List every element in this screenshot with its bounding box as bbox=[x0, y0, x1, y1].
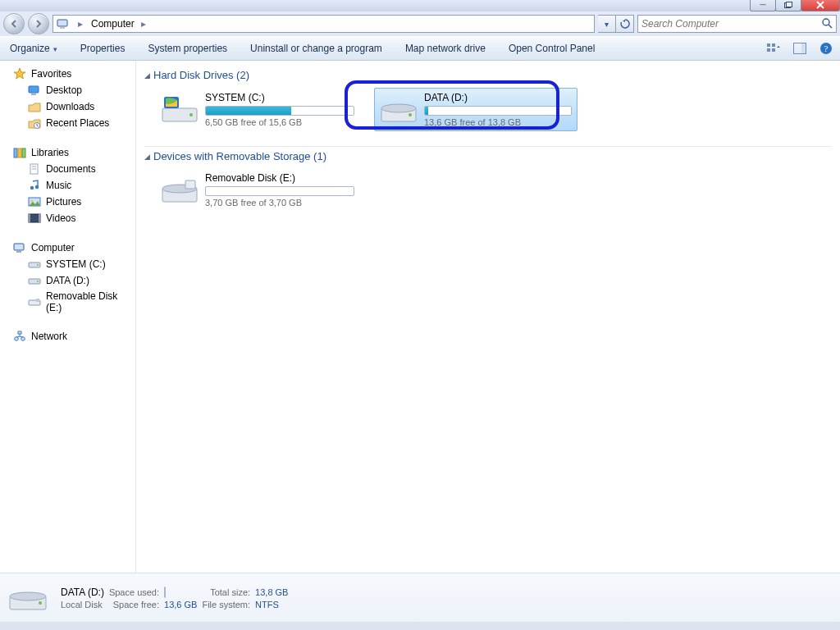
svg-rect-6 bbox=[767, 43, 770, 47]
close-button[interactable] bbox=[801, 0, 840, 11]
sidebar-item-label: Documents bbox=[46, 163, 96, 175]
svg-point-52 bbox=[10, 592, 46, 600]
preview-pane-button[interactable] bbox=[792, 41, 807, 56]
map-network-drive-button[interactable]: Map network drive bbox=[394, 43, 497, 54]
svg-point-51 bbox=[39, 601, 42, 605]
svg-rect-31 bbox=[16, 251, 21, 253]
search-icon bbox=[821, 17, 833, 31]
computer-icon bbox=[13, 241, 26, 254]
documents-icon bbox=[28, 162, 41, 176]
details-space-free-value: 13,6 GB bbox=[164, 600, 197, 609]
drive-name: SYSTEM (C:) bbox=[205, 92, 354, 103]
removable-drive-icon bbox=[161, 174, 199, 207]
svg-rect-14 bbox=[29, 86, 39, 93]
svg-rect-1 bbox=[787, 2, 792, 7]
drive-tile-e[interactable]: Removable Disk (E:) 3,70 GB free of 3,70… bbox=[156, 169, 359, 211]
properties-button[interactable]: Properties bbox=[69, 43, 137, 54]
drive-name: Removable Disk (E:) bbox=[205, 172, 354, 184]
refresh-button[interactable] bbox=[616, 15, 634, 33]
content-pane: ◢ Hard Disk Drives (2) SYSTEM (C:) 6,50 … bbox=[136, 61, 840, 573]
organize-menu[interactable]: Organize bbox=[7, 43, 69, 54]
videos-icon bbox=[28, 212, 41, 225]
svg-point-33 bbox=[37, 264, 39, 266]
details-type: Local Disk bbox=[61, 600, 104, 609]
sidebar-pictures[interactable]: Pictures bbox=[0, 194, 135, 210]
svg-point-42 bbox=[189, 113, 193, 116]
network-icon bbox=[13, 330, 26, 343]
svg-line-5 bbox=[829, 25, 832, 28]
usage-bar bbox=[205, 186, 354, 196]
sidebar-documents[interactable]: Documents bbox=[0, 161, 135, 177]
sidebar-computer-header[interactable]: Computer bbox=[0, 240, 135, 256]
svg-point-39 bbox=[21, 337, 25, 341]
breadcrumb-computer[interactable]: Computer bbox=[88, 16, 136, 32]
search-box[interactable] bbox=[637, 15, 837, 33]
details-pane: DATA (D:) Space used: Total size: 13,8 G… bbox=[0, 573, 840, 622]
sidebar-item-label: Videos bbox=[46, 212, 75, 224]
svg-rect-28 bbox=[29, 214, 30, 222]
help-button[interactable]: ? bbox=[819, 41, 833, 56]
svg-point-46 bbox=[381, 104, 416, 112]
drive-name: DATA (D:) bbox=[424, 92, 572, 103]
desktop-icon bbox=[28, 84, 41, 97]
sidebar-recent-places[interactable]: Recent Places bbox=[0, 115, 135, 131]
minimize-button[interactable]: ─ bbox=[750, 0, 776, 11]
sidebar-item-label: Favorites bbox=[31, 68, 71, 80]
system-drive-icon bbox=[161, 94, 199, 126]
sidebar-desktop[interactable]: Desktop bbox=[0, 82, 135, 98]
sidebar-drive-c[interactable]: SYSTEM (C:) bbox=[0, 256, 135, 272]
svg-rect-30 bbox=[14, 244, 24, 250]
drive-tile-c[interactable]: SYSTEM (C:) 6,50 GB free of 15,6 GB bbox=[156, 88, 359, 131]
sidebar-downloads[interactable]: Downloads bbox=[0, 98, 135, 115]
maximize-button[interactable] bbox=[775, 0, 801, 11]
open-control-panel-button[interactable]: Open Control Panel bbox=[497, 43, 606, 54]
details-filesystem-value: NTFS bbox=[255, 600, 288, 609]
details-space-used-label: Space used: bbox=[109, 587, 159, 597]
breadcrumb[interactable]: ▸ Computer ▸ bbox=[52, 15, 595, 33]
star-icon bbox=[13, 67, 26, 80]
window-titlebar: ─ bbox=[0, 0, 840, 11]
svg-rect-2 bbox=[57, 20, 67, 26]
libraries-icon bbox=[13, 146, 26, 159]
sidebar-music[interactable]: Music bbox=[0, 177, 135, 194]
nav-forward-button[interactable] bbox=[28, 13, 49, 34]
downloads-icon bbox=[28, 100, 41, 113]
navigation-pane: Favorites Desktop Downloads Recent Place… bbox=[0, 61, 136, 573]
usage-bar bbox=[205, 106, 354, 116]
svg-rect-18 bbox=[18, 148, 21, 158]
computer-icon bbox=[56, 16, 71, 31]
drive-icon bbox=[8, 582, 48, 614]
sidebar-favorites-header[interactable]: Favorites bbox=[0, 66, 135, 82]
drive-tile-d[interactable]: DATA (D:) 13,6 GB free of 13,8 GB bbox=[374, 88, 578, 131]
recent-icon bbox=[28, 116, 41, 130]
sidebar-libraries-header[interactable]: Libraries bbox=[0, 144, 135, 161]
details-space-free-label: Space free: bbox=[109, 600, 159, 609]
nav-back-button[interactable] bbox=[3, 13, 25, 34]
collapse-icon: ◢ bbox=[144, 71, 150, 80]
svg-point-23 bbox=[30, 186, 34, 189]
sidebar-item-label: Downloads bbox=[46, 101, 94, 112]
command-bar: Organize Properties System properties Un… bbox=[0, 36, 840, 61]
system-properties-button[interactable]: System properties bbox=[136, 43, 239, 54]
svg-rect-15 bbox=[31, 94, 36, 95]
svg-rect-8 bbox=[767, 48, 770, 52]
svg-rect-17 bbox=[14, 148, 17, 158]
group-removable-storage[interactable]: ◢ Devices with Removable Storage (1) bbox=[144, 147, 832, 166]
view-options-button[interactable] bbox=[766, 41, 781, 56]
svg-rect-7 bbox=[772, 43, 775, 47]
address-bar: ▸ Computer ▸ ▾ bbox=[0, 11, 840, 36]
group-hard-disk-drives[interactable]: ◢ Hard Disk Drives (2) bbox=[144, 66, 832, 84]
sidebar-network-header[interactable]: Network bbox=[0, 328, 135, 345]
drive-icon bbox=[28, 274, 41, 287]
sidebar-item-label: Music bbox=[46, 180, 71, 191]
sidebar-item-label: Network bbox=[31, 331, 67, 342]
search-input[interactable] bbox=[638, 18, 836, 30]
uninstall-program-button[interactable]: Uninstall or change a program bbox=[239, 43, 394, 54]
sidebar-drive-d[interactable]: DATA (D:) bbox=[0, 272, 135, 289]
sidebar-videos[interactable]: Videos bbox=[0, 210, 135, 226]
svg-point-24 bbox=[35, 185, 39, 189]
sidebar-drive-e[interactable]: Removable Disk (E:) bbox=[0, 289, 135, 315]
svg-rect-49 bbox=[185, 180, 195, 189]
breadcrumb-dropdown-button[interactable]: ▾ bbox=[598, 15, 616, 33]
sidebar-item-label: Desktop bbox=[46, 84, 82, 96]
